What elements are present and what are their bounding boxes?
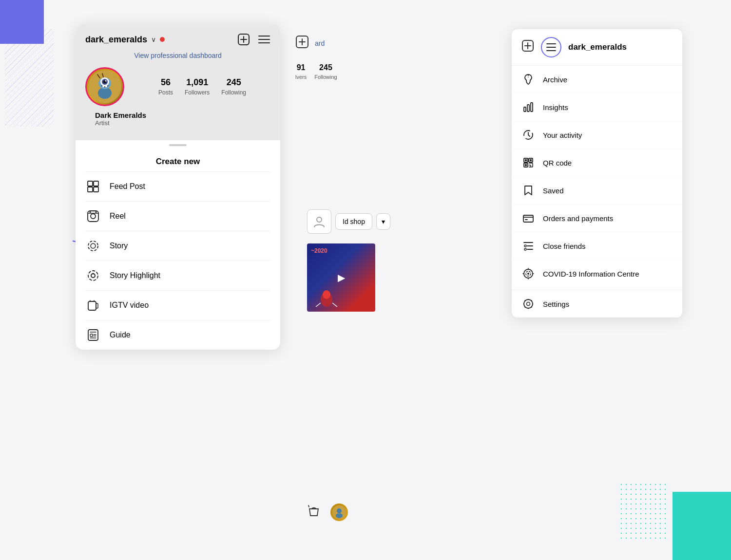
saved-label: Saved [543,187,564,195]
partial-profile: ard 91 lvers 245 Following [288,29,439,87]
insights-label: Insights [543,103,568,112]
posts-label: Posts [158,89,173,96]
svg-point-30 [92,274,95,277]
svg-point-96 [524,300,525,301]
feed-post-icon [85,179,101,194]
profile-name-section: Dark Emeralds Artist [85,106,270,133]
profile-info: 56 Posts 1,091 Followers 245 Following [85,67,270,106]
svg-point-99 [524,306,525,307]
hamburger-menu-button[interactable] [258,35,270,44]
menu-item-reel[interactable]: Reel [85,201,270,231]
shop-button[interactable]: Id shop [335,213,372,230]
svg-point-26 [88,241,98,251]
partial-followers-count: 91 [295,63,307,72]
handle-bar [169,144,187,146]
right-menu-item-orders[interactable]: Orders and payments [512,205,682,232]
right-menu-item-qr[interactable]: QR code [512,149,682,177]
profile-icons [237,33,270,46]
display-name: Dark Emeralds [95,111,261,119]
svg-rect-36 [88,330,98,340]
close-friends-icon [521,239,535,253]
svg-rect-67 [525,159,527,161]
svg-rect-15 [102,86,104,87]
menu-item-guide[interactable]: Guide [85,320,270,350]
following-count: 245 [221,77,246,88]
dashboard-link[interactable]: View professional dashboard [85,52,270,59]
post-thumbnail[interactable]: ~2020 ▶ [307,243,375,312]
profile-stats: 56 Posts 1,091 Followers 245 Following [134,77,270,96]
svg-rect-62 [531,103,533,112]
post-grid-area: ~2020 ▶ [307,243,375,312]
svg-point-95 [532,303,533,304]
drag-handle [76,140,280,150]
play-icon: ▶ [338,272,345,283]
svg-point-47 [323,290,330,299]
svg-rect-16 [105,86,107,87]
menu-item-igtv[interactable]: IGTV video [85,290,270,320]
profile-username: dark_emeralds [85,35,147,45]
right-menu-item-close-friends[interactable]: Close friends [512,232,682,260]
followers-count: 1,091 [185,77,210,88]
svg-rect-32 [88,301,96,310]
bg-teal-decoration [673,492,731,560]
add-content-button[interactable] [237,33,250,46]
right-menu-username: dark_emeralds [568,42,627,52]
svg-point-25 [96,211,97,213]
svg-rect-20 [94,187,98,192]
shop-dropdown-button[interactable]: ▾ [376,213,390,230]
covid-label: COVID-19 Information Centre [543,270,639,278]
chevron-down-icon[interactable]: ∨ [151,36,156,43]
svg-point-51 [337,508,342,513]
partial-following-count: 245 [314,63,337,72]
right-menu-item-settings[interactable]: Settings [512,290,682,317]
svg-point-24 [90,211,91,213]
svg-line-49 [332,303,337,307]
svg-point-85 [527,273,529,275]
followers-stat: 1,091 Followers [185,77,210,96]
svg-point-81 [524,248,526,250]
orders-icon [521,211,535,225]
svg-point-92 [528,299,529,300]
create-title: Create new [85,150,270,171]
right-menu-item-archive[interactable]: Archive [512,66,682,93]
svg-rect-38 [90,334,93,336]
shopping-bag-icon[interactable] [307,504,321,521]
activity-label: Your activity [543,131,582,139]
posts-count: 56 [158,77,173,88]
bottom-avatar[interactable] [330,504,348,521]
following-label: Following [221,89,246,96]
svg-rect-60 [524,107,526,112]
svg-point-22 [91,214,96,219]
avatar [85,67,124,106]
bottom-icons-area [307,504,348,521]
followers-label: Followers [185,89,210,96]
svg-point-27 [91,243,96,248]
right-menu-item-activity[interactable]: Your activity [512,121,682,149]
right-menu-item-covid[interactable]: COVID-19 Information Centre [512,260,682,288]
covid-icon [521,267,535,280]
hamburger-button[interactable] [541,37,561,57]
following-stat: 245 Following [221,77,246,96]
svg-point-12 [105,80,107,82]
right-menu-item-insights[interactable]: Insights [512,93,682,121]
right-menu-item-saved[interactable]: Saved [512,177,682,205]
svg-point-98 [531,300,532,301]
partial-add-icon[interactable] [295,35,309,52]
svg-rect-21 [88,211,98,222]
menu-item-story[interactable]: Story [85,231,270,261]
profile-topbar: dark_emeralds ∨ [85,33,270,46]
saved-icon [521,184,535,197]
left-panel: dark_emeralds ∨ [76,24,280,350]
igtv-icon [85,298,101,313]
qr-code-icon [521,156,535,169]
right-add-icon[interactable] [521,39,534,55]
svg-point-94 [523,303,524,304]
bg-teal-dots [619,482,668,541]
insights-icon [521,100,535,114]
svg-point-97 [531,306,532,307]
archive-label: Archive [543,75,567,84]
menu-item-story-highlight[interactable]: Story Highlight [85,261,270,290]
shop-area: Id shop ▾ [307,209,390,234]
svg-point-91 [527,302,530,306]
menu-item-feed-post[interactable]: Feed Post [85,171,270,201]
